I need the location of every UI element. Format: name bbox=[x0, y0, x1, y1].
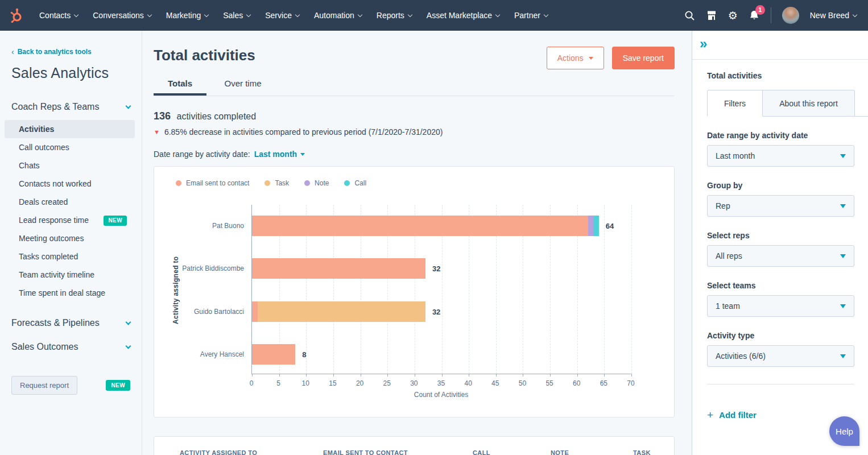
report-data-table: ACTIVITY ASSIGNED TOEMAIL SENT TO CONTAC… bbox=[154, 436, 675, 455]
x-tick-label: 40 bbox=[464, 379, 472, 387]
dropdown-activity-type[interactable]: Activities (6/6) bbox=[707, 345, 854, 367]
nav-item-service[interactable]: Service bbox=[258, 11, 307, 20]
top-nav: ContactsConversationsMarketingSalesServi… bbox=[0, 0, 868, 31]
x-tick-label: 65 bbox=[600, 379, 607, 387]
bar-segment-note[interactable] bbox=[588, 216, 594, 236]
user-avatar[interactable] bbox=[782, 7, 799, 24]
filter-field-activity-type: Activity typeActivities (6/6) bbox=[707, 331, 854, 367]
tab-about-this-report[interactable]: About this report bbox=[763, 90, 855, 117]
bar-segment-email-sent-to-contact[interactable] bbox=[252, 258, 425, 279]
actions-button[interactable]: Actions bbox=[547, 47, 604, 69]
table-header-row: ACTIVITY ASSIGNED TOEMAIL SENT TO CONTAC… bbox=[180, 449, 674, 455]
sidebar-section-coach-reps-teams[interactable]: Coach Reps & Teams bbox=[11, 102, 130, 112]
sidebar-item-time-spent-in-deal-stage[interactable]: Time spent in deal stage bbox=[5, 284, 135, 302]
sidebar-section-forecasts-pipelines[interactable]: Forecasts & Pipelines bbox=[11, 318, 130, 328]
axis-tick bbox=[577, 374, 578, 377]
sidebar-item-tasks-completed[interactable]: Tasks completed bbox=[5, 247, 135, 266]
save-report-button[interactable]: Save report bbox=[612, 47, 675, 69]
help-button[interactable]: Help bbox=[829, 416, 859, 446]
dropdown-select-teams[interactable]: 1 team bbox=[707, 295, 854, 317]
request-report-button[interactable]: Request report bbox=[11, 376, 77, 395]
chevron-down-icon bbox=[544, 12, 548, 16]
legend-item-note[interactable]: Note bbox=[304, 179, 329, 187]
chevron-down-icon bbox=[126, 103, 131, 109]
activities-bar-chart: Email sent to contactTaskNoteCall Activi… bbox=[154, 166, 675, 417]
x-tick-label: 5 bbox=[276, 379, 280, 387]
settings-gear-icon[interactable]: ⚙ bbox=[728, 10, 738, 21]
chevron-down-icon bbox=[74, 12, 78, 16]
nav-item-asset-marketplace[interactable]: Asset Marketplace bbox=[419, 11, 507, 20]
back-to-analytics-link[interactable]: ‹ Back to analytics tools bbox=[11, 48, 142, 56]
nav-item-conversations[interactable]: Conversations bbox=[85, 11, 159, 20]
axis-tick bbox=[550, 374, 551, 377]
panel-body: Total activities Filters About this repo… bbox=[692, 60, 868, 420]
bar-segment-call[interactable] bbox=[593, 216, 599, 236]
summary-line: 136 activities completed bbox=[154, 110, 675, 122]
panel-tabs: Filters About this report bbox=[707, 90, 868, 117]
chevron-down-icon bbox=[853, 12, 857, 16]
sidebar-item-deals-created[interactable]: Deals created bbox=[5, 193, 135, 211]
sidebar-item-list: ActivitiesCall outcomesChatsContacts not… bbox=[0, 120, 142, 302]
report-tabs: Totals Over time bbox=[154, 78, 675, 96]
notifications-bell-icon[interactable]: 1 bbox=[749, 10, 760, 21]
caret-down-icon bbox=[840, 354, 846, 358]
bar-segment-email-sent-to-contact[interactable] bbox=[252, 301, 258, 322]
table-header-note: NOTE bbox=[551, 449, 633, 455]
bar-segment-email-sent-to-contact[interactable] bbox=[252, 216, 588, 236]
nav-item-sales[interactable]: Sales bbox=[216, 11, 258, 20]
tab-over-time[interactable]: Over time bbox=[214, 78, 271, 96]
legend-item-email-sent-to-contact[interactable]: Email sent to contact bbox=[176, 179, 249, 187]
nav-item-automation[interactable]: Automation bbox=[307, 11, 369, 20]
collapse-panel-icon[interactable]: » bbox=[700, 36, 707, 51]
chevron-down-icon bbox=[358, 12, 362, 16]
table-header-email-sent-to-contact: EMAIL SENT TO CONTACT bbox=[323, 449, 473, 455]
panel-top-bar: » bbox=[692, 31, 868, 60]
x-tick-label: 35 bbox=[437, 379, 445, 387]
new-badge: NEW bbox=[104, 216, 127, 226]
add-filter-link[interactable]: + Add filter bbox=[707, 410, 854, 420]
axis-tick bbox=[361, 374, 361, 377]
marketplace-icon[interactable] bbox=[706, 10, 717, 21]
nav-item-marketing[interactable]: Marketing bbox=[159, 11, 216, 20]
legend-item-call[interactable]: Call bbox=[344, 179, 366, 187]
axis-tick bbox=[306, 374, 307, 377]
account-menu[interactable]: New Breed bbox=[810, 11, 857, 20]
sidebar-item-contacts-not-worked[interactable]: Contacts not worked bbox=[5, 175, 135, 193]
sidebar-section-sales-outcomes[interactable]: Sales Outcomes bbox=[11, 342, 130, 352]
caret-down-icon bbox=[589, 57, 593, 60]
tab-filters[interactable]: Filters bbox=[707, 90, 763, 117]
sidebar-item-lead-response-time[interactable]: Lead response timeNEW bbox=[5, 211, 135, 229]
sidebar-item-activities[interactable]: Activities bbox=[5, 120, 135, 138]
chart-plot-area: Pat Buono64Patrick Biddiscombe32Guido Ba… bbox=[251, 205, 631, 374]
report-main: Total activities Actions Save report Tot… bbox=[142, 31, 692, 455]
dropdown-select-reps[interactable]: All reps bbox=[707, 245, 854, 267]
table-header-task: TASK bbox=[633, 449, 701, 455]
nav-item-partner[interactable]: Partner bbox=[507, 11, 555, 20]
filter-label: Date range by activity date bbox=[707, 131, 854, 140]
sidebar-item-call-outcomes[interactable]: Call outcomes bbox=[5, 138, 135, 156]
chevron-down-icon bbox=[204, 12, 209, 16]
sidebar-item-team-activity-timeline[interactable]: Team activity timeline bbox=[5, 266, 135, 284]
legend-item-task[interactable]: Task bbox=[264, 179, 289, 187]
dropdown-date-range-by-activity-date[interactable]: Last month bbox=[707, 145, 854, 167]
date-range-dropdown[interactable]: Last month bbox=[254, 150, 305, 159]
filter-label: Group by bbox=[707, 181, 854, 190]
tab-totals[interactable]: Totals bbox=[154, 78, 206, 96]
page-title: Total activities bbox=[154, 47, 255, 64]
sidebar-item-chats[interactable]: Chats bbox=[5, 156, 135, 175]
dropdown-group-by[interactable]: Rep bbox=[707, 195, 854, 217]
decrease-triangle-icon: ▼ bbox=[154, 129, 160, 135]
search-icon[interactable] bbox=[684, 10, 695, 21]
bar-segment-email-sent-to-contact[interactable] bbox=[252, 344, 295, 365]
legend-dot-icon bbox=[264, 180, 270, 186]
nav-item-contacts[interactable]: Contacts bbox=[32, 11, 85, 20]
caret-down-icon bbox=[840, 204, 846, 208]
sidebar-collapsed-sections: Forecasts & PipelinesSales Outcomes bbox=[0, 318, 142, 352]
account-name: New Breed bbox=[810, 11, 849, 20]
axis-tick bbox=[469, 374, 469, 377]
hubspot-logo-icon[interactable] bbox=[0, 7, 32, 23]
bar-segment-task[interactable] bbox=[258, 301, 425, 322]
filter-label: Select teams bbox=[707, 281, 854, 290]
sidebar-item-meeting-outcomes[interactable]: Meeting outcomes bbox=[5, 229, 135, 247]
nav-item-reports[interactable]: Reports bbox=[369, 11, 419, 20]
